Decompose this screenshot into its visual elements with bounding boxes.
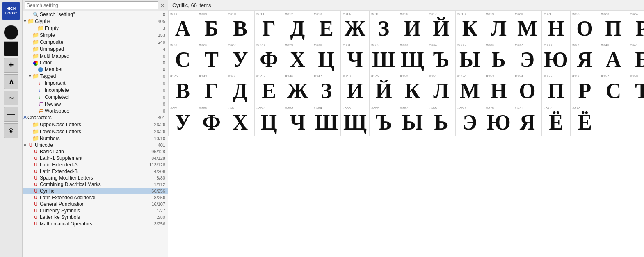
glyph-cell[interactable]: #315 З: [370, 11, 398, 42]
glyph-cell[interactable]: #330 Ц: [312, 42, 341, 73]
glyph-cell[interactable]: #368 Ь: [427, 105, 456, 136]
sidebar-item-cyrillic[interactable]: U Cyrillic 66/256: [23, 188, 168, 194]
sidebar-item-member[interactable]: Member 0: [23, 66, 168, 73]
glyph-cell[interactable]: #331 Ч: [341, 42, 370, 73]
glyph-cell[interactable]: #322 О: [571, 11, 599, 42]
glyph-cell[interactable]: #313 Е: [312, 11, 341, 42]
glyph-cell[interactable]: #366 Ъ: [370, 105, 398, 136]
glyph-cell[interactable]: #365 Щ: [341, 105, 370, 136]
sidebar-item-completed[interactable]: 🏷 Completed 0: [23, 93, 168, 100]
glyph-cell[interactable]: #333 Щ: [398, 42, 427, 73]
sidebar-item-latin-ext-b[interactable]: U Latin Extended-B 4/208: [23, 168, 168, 175]
glyph-cell[interactable]: #362 Ц: [255, 105, 283, 136]
glyph-cell[interactable]: #371 Я: [513, 105, 542, 136]
glyph-cell[interactable]: #347 З: [312, 73, 341, 105]
glyph-cell[interactable]: #311 Г: [255, 11, 283, 42]
glyph-cell[interactable]: #372 Ё: [542, 105, 571, 136]
glyph-cell[interactable]: #335 Ы: [456, 42, 484, 73]
sidebar-item-color[interactable]: Color 0: [23, 59, 168, 66]
glyph-cell[interactable]: #317 Й: [427, 11, 456, 42]
glyph-cell[interactable]: #359 У: [169, 105, 197, 136]
sidebar-item-combining[interactable]: U Combining Diacritical Marks 1/112: [23, 181, 168, 188]
glyph-cell[interactable]: #326 Т: [197, 42, 226, 73]
glyph-cell[interactable]: #323 П: [599, 11, 628, 42]
glyph-cell[interactable]: #369 Э: [456, 105, 484, 136]
glyph-cell[interactable]: #332 Ш: [370, 42, 398, 73]
sidebar-item-glyphs[interactable]: ▼ 📁 Glyphs 405: [23, 18, 168, 25]
sidebar-item-simple[interactable]: 📁 Simple 153: [23, 32, 168, 39]
glyph-cell[interactable]: #346 Ж: [283, 73, 312, 105]
glyph-cell[interactable]: #353 Н: [484, 73, 513, 105]
sidebar-item-math-operators[interactable]: U Mathematical Operators 3/256: [23, 221, 168, 227]
glyph-grid-container[interactable]: #308 А #309 Б #310 В #311 Г #312 Д #313 …: [168, 11, 644, 257]
sidebar-item-latin-ext-add[interactable]: U Latin Extended Additional 8/256: [23, 194, 168, 201]
glyph-cell[interactable]: #310 В: [226, 11, 255, 42]
glyph-cell[interactable]: #361 Х: [226, 105, 255, 136]
glyph-cell[interactable]: #319 Л: [484, 11, 513, 42]
glyph-cell[interactable]: #345 Е: [255, 73, 283, 105]
glyph-cell[interactable]: #318 К: [456, 11, 484, 42]
glyph-cell[interactable]: #312 Д: [283, 11, 312, 42]
glyph-cell[interactable]: #360 Ф: [197, 105, 226, 136]
glyph-cell[interactable]: #367 Ы: [398, 105, 427, 136]
glyph-cell[interactable]: #343 Г: [197, 73, 226, 105]
square-tool[interactable]: [4, 41, 18, 56]
caret-tool[interactable]: ∧: [4, 74, 18, 89]
sidebar-item-lowercase[interactable]: 📁 LowerCase Letters 26/26: [23, 128, 168, 135]
glyph-cell[interactable]: #321 Н: [542, 11, 571, 42]
glyph-cell[interactable]: #352 М: [456, 73, 484, 105]
glyph-cell[interactable]: #370 Ю: [484, 105, 513, 136]
glyph-cell[interactable]: #348 И: [341, 73, 370, 105]
sidebar-item-composite[interactable]: 📁 Composite 249: [23, 39, 168, 45]
glyph-cell[interactable]: #314 Ж: [341, 11, 370, 42]
glyph-cell[interactable]: #355 П: [542, 73, 571, 105]
glyph-cell[interactable]: #320 М: [513, 11, 542, 42]
glyph-cell[interactable]: #373 Ё: [571, 105, 599, 136]
glyph-cell[interactable]: #354 О: [513, 73, 542, 105]
glyph-cell[interactable]: #337 Э: [513, 42, 542, 73]
search-clear-button[interactable]: ✕: [159, 2, 166, 8]
sidebar-item-empty[interactable]: 📁 Empty 3: [23, 25, 168, 32]
logo-button[interactable]: HIGHLOGIC: [2, 2, 20, 20]
sidebar-item-latin-ext-a[interactable]: U Latin Extended-A 113/128: [23, 161, 168, 168]
sidebar-item-tagged[interactable]: ▼ 📁 Tagged 0: [23, 73, 168, 80]
sidebar-item-unmapped[interactable]: 📁 Unmapped 4: [23, 45, 168, 52]
circle-tool[interactable]: [4, 25, 18, 40]
glyph-cell[interactable]: #325 С: [169, 42, 197, 73]
glyph-cell[interactable]: #327 У: [226, 42, 255, 73]
glyph-cell[interactable]: #351 Л: [427, 73, 456, 105]
glyph-cell[interactable]: #328 Ф: [255, 42, 283, 73]
sidebar-item-basic-latin[interactable]: U Basic Latin 95/128: [23, 148, 168, 155]
glyph-cell[interactable]: #344 Д: [226, 73, 255, 105]
glyph-cell[interactable]: #357 С: [599, 73, 628, 105]
sidebar-item-currency[interactable]: U Currency Symbols 1/27: [23, 207, 168, 214]
glyph-cell[interactable]: #340 А: [599, 42, 628, 73]
sidebar-item-latin1[interactable]: U Latin-1 Supplement 84/128: [23, 155, 168, 161]
plus-tool[interactable]: +: [4, 58, 18, 73]
sidebar-item-search[interactable]: 🔍 Search "setting" 0: [23, 11, 168, 18]
sidebar-item-characters[interactable]: A Characters 401: [23, 114, 168, 121]
dash-tool[interactable]: —: [4, 107, 18, 122]
sidebar-item-incomplete[interactable]: 🏷 Incomplete 0: [23, 86, 168, 93]
sidebar-item-workspace[interactable]: 🏷 Workspace 0: [23, 107, 168, 114]
sidebar-item-general-punct[interactable]: U General Punctuation 16/107: [23, 201, 168, 207]
search-input[interactable]: [25, 1, 158, 9]
sidebar-item-numbers[interactable]: 📁 Numbers 10/10: [23, 135, 168, 142]
glyph-cell[interactable]: #336 Ь: [484, 42, 513, 73]
sidebar-item-important[interactable]: 🏷 Important 0: [23, 80, 168, 86]
glyph-cell[interactable]: #338 Ю: [542, 42, 571, 73]
glyph-cell[interactable]: #341 Б: [628, 42, 644, 73]
sidebar-item-uppercase[interactable]: 📁 UpperCase Letters 26/26: [23, 121, 168, 128]
glyph-cell[interactable]: #350 К: [398, 73, 427, 105]
glyph-cell[interactable]: #309 Б: [197, 11, 226, 42]
glyph-cell[interactable]: #356 Р: [571, 73, 599, 105]
glyph-cell[interactable]: #363 Ч: [283, 105, 312, 136]
glyph-cell[interactable]: #349 Й: [370, 73, 398, 105]
glyph-cell[interactable]: #342 В: [169, 73, 197, 105]
glyph-cell[interactable]: #329 Х: [283, 42, 312, 73]
glyph-cell[interactable]: #364 Ш: [312, 105, 341, 136]
sidebar-item-multimapped[interactable]: 📁 Multi Mapped 0: [23, 52, 168, 59]
sidebar-item-spacing-modifier[interactable]: U Spacing Modifier Letters 8/80: [23, 175, 168, 181]
registered-tool[interactable]: ®: [4, 123, 18, 138]
sidebar-item-letterlike[interactable]: U Letterlike Symbols 2/80: [23, 214, 168, 221]
